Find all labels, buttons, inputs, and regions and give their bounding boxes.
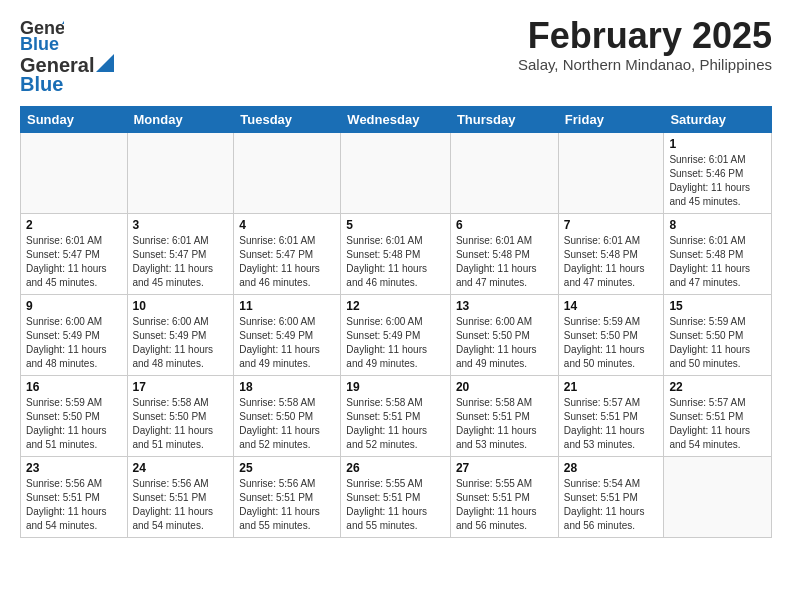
day-number: 18 bbox=[239, 380, 335, 394]
day-number: 15 bbox=[669, 299, 766, 313]
day-number: 11 bbox=[239, 299, 335, 313]
day-number: 14 bbox=[564, 299, 659, 313]
calendar-week-row: 1Sunrise: 6:01 AM Sunset: 5:46 PM Daylig… bbox=[21, 133, 772, 214]
day-number: 21 bbox=[564, 380, 659, 394]
day-info: Sunrise: 5:54 AM Sunset: 5:51 PM Dayligh… bbox=[564, 477, 659, 533]
day-number: 6 bbox=[456, 218, 553, 232]
svg-text:Blue: Blue bbox=[20, 34, 59, 54]
day-info: Sunrise: 5:56 AM Sunset: 5:51 PM Dayligh… bbox=[239, 477, 335, 533]
day-info: Sunrise: 6:00 AM Sunset: 5:49 PM Dayligh… bbox=[346, 315, 445, 371]
day-info: Sunrise: 5:58 AM Sunset: 5:50 PM Dayligh… bbox=[239, 396, 335, 452]
calendar-cell: 21Sunrise: 5:57 AM Sunset: 5:51 PM Dayli… bbox=[558, 376, 664, 457]
calendar-week-row: 2Sunrise: 6:01 AM Sunset: 5:47 PM Daylig… bbox=[21, 214, 772, 295]
calendar-cell: 27Sunrise: 5:55 AM Sunset: 5:51 PM Dayli… bbox=[450, 457, 558, 538]
day-info: Sunrise: 6:01 AM Sunset: 5:47 PM Dayligh… bbox=[26, 234, 122, 290]
day-number: 13 bbox=[456, 299, 553, 313]
calendar-cell: 1Sunrise: 6:01 AM Sunset: 5:46 PM Daylig… bbox=[664, 133, 772, 214]
calendar-cell bbox=[234, 133, 341, 214]
calendar-cell: 23Sunrise: 5:56 AM Sunset: 5:51 PM Dayli… bbox=[21, 457, 128, 538]
calendar-cell: 4Sunrise: 6:01 AM Sunset: 5:47 PM Daylig… bbox=[234, 214, 341, 295]
day-number: 2 bbox=[26, 218, 122, 232]
day-info: Sunrise: 5:56 AM Sunset: 5:51 PM Dayligh… bbox=[26, 477, 122, 533]
calendar-cell: 16Sunrise: 5:59 AM Sunset: 5:50 PM Dayli… bbox=[21, 376, 128, 457]
calendar-cell: 5Sunrise: 6:01 AM Sunset: 5:48 PM Daylig… bbox=[341, 214, 451, 295]
day-info: Sunrise: 5:58 AM Sunset: 5:50 PM Dayligh… bbox=[133, 396, 229, 452]
calendar-week-row: 16Sunrise: 5:59 AM Sunset: 5:50 PM Dayli… bbox=[21, 376, 772, 457]
header: General Blue General Blue February 2025 … bbox=[20, 16, 772, 96]
calendar-cell: 28Sunrise: 5:54 AM Sunset: 5:51 PM Dayli… bbox=[558, 457, 664, 538]
day-number: 27 bbox=[456, 461, 553, 475]
calendar-cell bbox=[21, 133, 128, 214]
main-title: February 2025 bbox=[518, 16, 772, 56]
calendar-cell: 9Sunrise: 6:00 AM Sunset: 5:49 PM Daylig… bbox=[21, 295, 128, 376]
day-info: Sunrise: 5:59 AM Sunset: 5:50 PM Dayligh… bbox=[26, 396, 122, 452]
calendar-cell bbox=[450, 133, 558, 214]
day-info: Sunrise: 6:01 AM Sunset: 5:48 PM Dayligh… bbox=[456, 234, 553, 290]
day-info: Sunrise: 5:56 AM Sunset: 5:51 PM Dayligh… bbox=[133, 477, 229, 533]
day-info: Sunrise: 6:00 AM Sunset: 5:49 PM Dayligh… bbox=[133, 315, 229, 371]
calendar-cell: 20Sunrise: 5:58 AM Sunset: 5:51 PM Dayli… bbox=[450, 376, 558, 457]
day-number: 9 bbox=[26, 299, 122, 313]
logo: General Blue General Blue bbox=[20, 16, 114, 96]
day-info: Sunrise: 5:58 AM Sunset: 5:51 PM Dayligh… bbox=[346, 396, 445, 452]
weekday-header-saturday: Saturday bbox=[664, 107, 772, 133]
day-info: Sunrise: 6:01 AM Sunset: 5:47 PM Dayligh… bbox=[133, 234, 229, 290]
day-info: Sunrise: 6:01 AM Sunset: 5:46 PM Dayligh… bbox=[669, 153, 766, 209]
calendar-cell: 18Sunrise: 5:58 AM Sunset: 5:50 PM Dayli… bbox=[234, 376, 341, 457]
weekday-header-wednesday: Wednesday bbox=[341, 107, 451, 133]
day-number: 26 bbox=[346, 461, 445, 475]
calendar-week-row: 9Sunrise: 6:00 AM Sunset: 5:49 PM Daylig… bbox=[21, 295, 772, 376]
logo-blue: Blue bbox=[20, 73, 63, 96]
calendar-cell: 26Sunrise: 5:55 AM Sunset: 5:51 PM Dayli… bbox=[341, 457, 451, 538]
calendar-cell: 8Sunrise: 6:01 AM Sunset: 5:48 PM Daylig… bbox=[664, 214, 772, 295]
calendar-cell: 15Sunrise: 5:59 AM Sunset: 5:50 PM Dayli… bbox=[664, 295, 772, 376]
day-number: 4 bbox=[239, 218, 335, 232]
day-info: Sunrise: 5:55 AM Sunset: 5:51 PM Dayligh… bbox=[456, 477, 553, 533]
day-info: Sunrise: 5:59 AM Sunset: 5:50 PM Dayligh… bbox=[669, 315, 766, 371]
day-number: 28 bbox=[564, 461, 659, 475]
day-info: Sunrise: 6:00 AM Sunset: 5:49 PM Dayligh… bbox=[26, 315, 122, 371]
day-number: 24 bbox=[133, 461, 229, 475]
calendar-cell bbox=[664, 457, 772, 538]
day-number: 10 bbox=[133, 299, 229, 313]
day-info: Sunrise: 6:00 AM Sunset: 5:49 PM Dayligh… bbox=[239, 315, 335, 371]
day-number: 12 bbox=[346, 299, 445, 313]
day-number: 22 bbox=[669, 380, 766, 394]
day-number: 20 bbox=[456, 380, 553, 394]
day-number: 16 bbox=[26, 380, 122, 394]
calendar-table: SundayMondayTuesdayWednesdayThursdayFrid… bbox=[20, 106, 772, 538]
calendar-cell: 3Sunrise: 6:01 AM Sunset: 5:47 PM Daylig… bbox=[127, 214, 234, 295]
weekday-header-monday: Monday bbox=[127, 107, 234, 133]
day-info: Sunrise: 6:01 AM Sunset: 5:48 PM Dayligh… bbox=[669, 234, 766, 290]
weekday-header-thursday: Thursday bbox=[450, 107, 558, 133]
day-number: 7 bbox=[564, 218, 659, 232]
day-info: Sunrise: 5:57 AM Sunset: 5:51 PM Dayligh… bbox=[669, 396, 766, 452]
day-number: 25 bbox=[239, 461, 335, 475]
calendar-cell bbox=[558, 133, 664, 214]
calendar-cell: 14Sunrise: 5:59 AM Sunset: 5:50 PM Dayli… bbox=[558, 295, 664, 376]
day-number: 8 bbox=[669, 218, 766, 232]
day-info: Sunrise: 5:57 AM Sunset: 5:51 PM Dayligh… bbox=[564, 396, 659, 452]
day-number: 17 bbox=[133, 380, 229, 394]
logo-icon: General Blue bbox=[20, 16, 64, 54]
day-info: Sunrise: 5:58 AM Sunset: 5:51 PM Dayligh… bbox=[456, 396, 553, 452]
day-number: 19 bbox=[346, 380, 445, 394]
weekday-header-sunday: Sunday bbox=[21, 107, 128, 133]
weekday-header-tuesday: Tuesday bbox=[234, 107, 341, 133]
day-number: 23 bbox=[26, 461, 122, 475]
weekday-header-row: SundayMondayTuesdayWednesdayThursdayFrid… bbox=[21, 107, 772, 133]
day-info: Sunrise: 5:55 AM Sunset: 5:51 PM Dayligh… bbox=[346, 477, 445, 533]
calendar-cell: 19Sunrise: 5:58 AM Sunset: 5:51 PM Dayli… bbox=[341, 376, 451, 457]
day-info: Sunrise: 6:01 AM Sunset: 5:48 PM Dayligh… bbox=[564, 234, 659, 290]
calendar-week-row: 23Sunrise: 5:56 AM Sunset: 5:51 PM Dayli… bbox=[21, 457, 772, 538]
day-number: 3 bbox=[133, 218, 229, 232]
calendar-cell bbox=[341, 133, 451, 214]
calendar-cell: 24Sunrise: 5:56 AM Sunset: 5:51 PM Dayli… bbox=[127, 457, 234, 538]
day-info: Sunrise: 6:01 AM Sunset: 5:48 PM Dayligh… bbox=[346, 234, 445, 290]
calendar-cell: 13Sunrise: 6:00 AM Sunset: 5:50 PM Dayli… bbox=[450, 295, 558, 376]
calendar-cell: 11Sunrise: 6:00 AM Sunset: 5:49 PM Dayli… bbox=[234, 295, 341, 376]
logo-triangle bbox=[96, 54, 114, 72]
weekday-header-friday: Friday bbox=[558, 107, 664, 133]
day-info: Sunrise: 6:01 AM Sunset: 5:47 PM Dayligh… bbox=[239, 234, 335, 290]
title-block: February 2025 Salay, Northern Mindanao, … bbox=[518, 16, 772, 73]
